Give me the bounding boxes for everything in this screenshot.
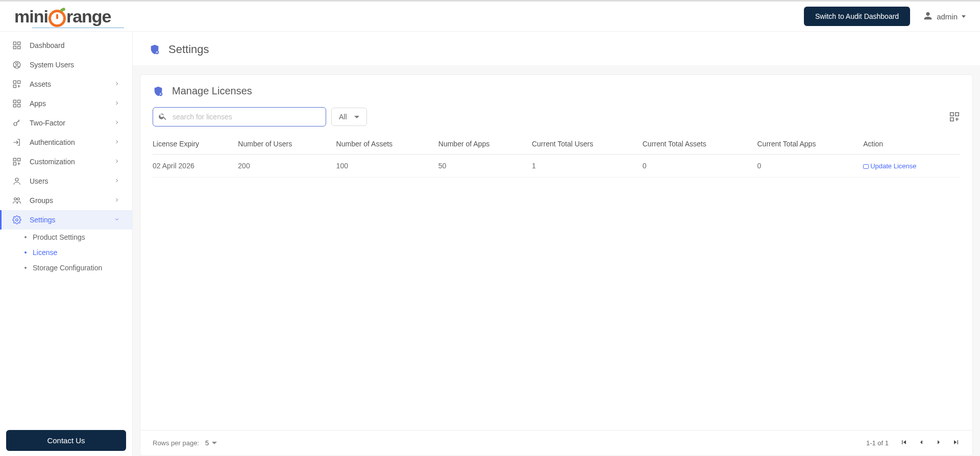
update-license-link[interactable]: Update License xyxy=(863,162,916,170)
sidebar-item-label: Settings xyxy=(30,216,114,224)
sidebar-item-label: Assets xyxy=(30,80,114,88)
person-icon xyxy=(922,10,937,23)
switch-dashboard-button[interactable]: Switch to Audit Dashboard xyxy=(804,7,910,26)
toolbar: All xyxy=(140,104,972,134)
caret-down-icon xyxy=(354,116,359,118)
apps-icon xyxy=(11,99,22,108)
pager-buttons xyxy=(900,438,960,448)
gear-icon xyxy=(11,215,22,224)
sidebar-item-customization[interactable]: Customization xyxy=(0,152,132,171)
sidebar-item-label: Apps xyxy=(30,99,114,108)
col-num-users: Number of Users xyxy=(238,134,336,155)
page-header: Settings xyxy=(133,32,980,65)
svg-rect-25 xyxy=(950,113,953,116)
svg-rect-7 xyxy=(18,81,20,83)
sidebar-item-groups[interactable]: Groups xyxy=(0,191,132,210)
chevron-right-icon xyxy=(114,138,121,146)
caret-down-icon xyxy=(212,442,217,444)
sidebar-item-users[interactable]: Users xyxy=(0,171,132,191)
sidebar-subitem-label: License xyxy=(33,248,57,257)
cell-cur-apps: 0 xyxy=(757,155,863,178)
table-row: 02 April 2026 200 100 50 1 0 0 Update Li… xyxy=(153,155,960,178)
contact-us-button[interactable]: Contact Us xyxy=(6,430,126,451)
sidebar-item-system-users[interactable]: System Users xyxy=(0,55,132,74)
sidebar-item-assets[interactable]: Assets xyxy=(0,74,132,94)
sidebar-item-apps[interactable]: Apps xyxy=(0,94,132,113)
next-page-button[interactable] xyxy=(935,438,943,448)
svg-point-13 xyxy=(14,122,17,125)
shield-user-icon xyxy=(153,86,164,97)
license-card: Manage Licenses All xyxy=(140,74,973,456)
logo[interactable]: minirange xyxy=(14,7,111,27)
svg-rect-10 xyxy=(18,100,20,103)
sidebar-item-dashboard[interactable]: Dashboard xyxy=(0,36,132,55)
main: Settings Manage Licenses xyxy=(133,32,980,456)
svg-point-18 xyxy=(14,198,17,200)
sidebar-item-label: Users xyxy=(30,177,114,185)
grid-add-icon[interactable] xyxy=(949,111,960,122)
chevron-right-icon xyxy=(114,80,121,88)
sidebar-item-label: Groups xyxy=(30,196,114,205)
svg-rect-27 xyxy=(950,118,953,121)
rows-per-page-label: Rows per page: xyxy=(153,439,199,447)
chevron-right-icon xyxy=(114,158,121,166)
svg-rect-15 xyxy=(18,158,20,161)
svg-point-19 xyxy=(17,198,20,200)
sidebar-subitem-storage-configuration[interactable]: Storage Configuration xyxy=(0,260,132,275)
update-license-label: Update License xyxy=(870,162,916,170)
content-area: Manage Licenses All xyxy=(133,65,980,456)
top-bar: minirange Switch to Audit Dashboard admi… xyxy=(0,0,980,32)
svg-point-17 xyxy=(15,178,18,181)
sidebar-item-label: System Users xyxy=(30,61,121,69)
first-page-button[interactable] xyxy=(900,438,908,448)
sidebar: Dashboard System Users Assets Apps xyxy=(0,32,133,456)
search-wrap xyxy=(153,107,326,126)
svg-point-22 xyxy=(156,51,157,52)
filter-select[interactable]: All xyxy=(331,108,367,126)
nav: Dashboard System Users Assets Apps xyxy=(0,32,132,430)
svg-rect-9 xyxy=(13,100,16,103)
filter-value: All xyxy=(339,113,347,121)
rows-per-page-select[interactable]: 5 xyxy=(205,439,217,447)
dashboard-icon xyxy=(11,41,22,50)
sidebar-item-authentication[interactable]: Authentication xyxy=(0,133,132,152)
sidebar-subitem-product-settings[interactable]: Product Settings xyxy=(0,230,132,245)
svg-point-5 xyxy=(16,63,18,65)
card-title: Manage Licenses xyxy=(172,85,252,97)
svg-rect-16 xyxy=(13,163,16,165)
cell-num-apps: 50 xyxy=(438,155,532,178)
svg-rect-12 xyxy=(18,105,20,107)
col-cur-apps: Current Total Apps xyxy=(757,134,863,155)
users-icon xyxy=(11,176,22,186)
groups-icon xyxy=(11,196,22,205)
cell-cur-users: 1 xyxy=(532,155,643,178)
user-menu[interactable]: admin xyxy=(922,10,966,23)
col-license-expiry: License Expiry xyxy=(153,134,238,155)
last-page-button[interactable] xyxy=(952,438,960,448)
search-input[interactable] xyxy=(173,108,321,126)
bullet-icon xyxy=(24,236,27,238)
svg-rect-14 xyxy=(13,158,16,161)
svg-point-20 xyxy=(16,219,18,221)
sidebar-item-label: Authentication xyxy=(30,138,114,146)
customize-icon xyxy=(11,157,22,166)
license-table: License Expiry Number of Users Number of… xyxy=(153,134,960,178)
user-circle-icon xyxy=(11,60,22,69)
sidebar-item-two-factor[interactable]: Two-Factor xyxy=(0,113,132,133)
bullet-icon xyxy=(24,251,27,254)
col-cur-assets: Current Total Assets xyxy=(643,134,757,155)
svg-rect-2 xyxy=(13,46,16,49)
update-icon xyxy=(863,164,869,169)
col-action: Action xyxy=(863,134,960,155)
cell-cur-assets: 0 xyxy=(643,155,757,178)
cell-action: Update License xyxy=(863,155,960,178)
prev-page-button[interactable] xyxy=(917,438,925,448)
key-icon xyxy=(11,118,22,128)
cell-num-assets: 100 xyxy=(336,155,438,178)
cell-num-users: 200 xyxy=(238,155,336,178)
svg-rect-1 xyxy=(18,42,20,44)
sidebar-subitem-license[interactable]: License xyxy=(0,245,132,260)
sidebar-item-settings[interactable]: Settings xyxy=(0,210,132,230)
sidebar-subitem-label: Storage Configuration xyxy=(33,264,102,272)
sidebar-item-label: Customization xyxy=(30,158,114,166)
